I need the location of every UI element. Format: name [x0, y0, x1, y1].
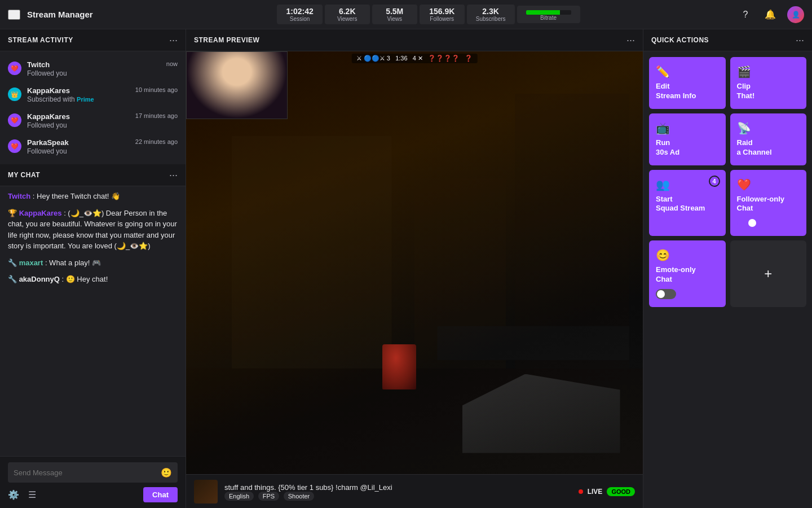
- my-chat-section: My Chat ··· Twitch : Hey there Twitch ch…: [0, 164, 186, 508]
- kappakares-follow-icon: ❤️: [8, 113, 21, 127]
- my-chat-header: My Chat ···: [0, 164, 186, 186]
- activity-time-twitch: now: [166, 60, 178, 67]
- thumbnail-img: [194, 480, 218, 503]
- activity-content-parkaspeak: ParkaSpeak Followed you: [27, 138, 130, 155]
- prime-sub-icon: 👑: [8, 87, 21, 101]
- hamburger-menu[interactable]: [8, 10, 20, 20]
- chat-sender-maxart: maxart: [19, 259, 43, 267]
- my-chat-title: My Chat: [8, 171, 40, 179]
- clip-that-icon: 🎬: [737, 65, 751, 78]
- start-squad-stream-icon: 👥: [656, 178, 670, 191]
- start-squad-stream-button[interactable]: 👥 StartSquad Stream 4: [649, 170, 726, 237]
- tag-shooter[interactable]: Shooter: [284, 492, 315, 501]
- stream-activity-menu[interactable]: ···: [169, 35, 178, 45]
- quick-actions-title: Quick Actions: [651, 36, 709, 44]
- start-squad-stream-label: StartSquad Stream: [656, 195, 705, 214]
- edit-stream-info-icon: ✏️: [656, 65, 670, 78]
- parkaspeak-follow-icon: ❤️: [8, 139, 21, 153]
- top-bar-left: Stream Manager: [8, 10, 121, 20]
- chat-sender-kappakares: KappaKares: [19, 209, 62, 217]
- activity-username-kappakares-follow: KappaKares: [27, 112, 70, 121]
- emote-only-chat-toggle-knob: [657, 290, 665, 298]
- stream-preview-menu[interactable]: ···: [626, 35, 635, 45]
- chat-input-wrap: 🙂: [8, 462, 178, 483]
- stat-subscribers: 2.3K Subscribers: [467, 5, 515, 24]
- follower-only-chat-button[interactable]: ❤️ Follower-onlyChat: [730, 170, 807, 237]
- bitrate-fill: [526, 10, 560, 15]
- chat-list-button[interactable]: ☰: [28, 489, 36, 500]
- chat-input[interactable]: [14, 468, 161, 477]
- game-barrel: [382, 344, 416, 389]
- raid-channel-label: Raida Channel: [737, 138, 772, 157]
- activity-content-kappakares-follow: KappaKares Followed you: [27, 112, 130, 129]
- my-chat-menu[interactable]: ···: [169, 170, 178, 180]
- emote-only-chat-icon: 😊: [656, 248, 670, 262]
- stat-session-value: 1:02:42: [286, 7, 313, 16]
- chat-send-button[interactable]: Chat: [143, 487, 178, 502]
- tag-english[interactable]: English: [224, 492, 254, 501]
- chat-message-akadonnyq: 🔧 akaDonnyQ : 🙂 Hey chat!: [8, 274, 178, 285]
- activity-content-kappakares-prime: KappaKares Subscribed with Prime: [27, 86, 130, 103]
- stat-viewers: 6.2K Viewers: [325, 5, 370, 24]
- left-panel: Stream Activity ··· ❤️ Twitch Followed y…: [0, 29, 186, 508]
- edit-stream-info-button[interactable]: ✏️ EditStream Info: [649, 57, 726, 109]
- clip-that-label: ClipThat!: [737, 82, 755, 101]
- activity-username-twitch: Twitch: [27, 60, 50, 69]
- chat-settings-button[interactable]: ⚙️: [8, 489, 19, 500]
- chat-prefix-maxart: 🔧: [8, 259, 19, 267]
- right-panel: Quick Actions ··· ✏️ EditStream Info 🎬 C…: [643, 29, 812, 508]
- activity-username-parkaspeak: ParkaSpeak: [27, 138, 69, 147]
- quick-actions-menu[interactable]: ···: [796, 35, 804, 45]
- top-bar-right: ? 🔔 👤: [736, 6, 804, 23]
- stat-session: 1:02:42 Session: [277, 5, 322, 24]
- stat-views-value: 5.5M: [386, 7, 403, 16]
- tag-fps[interactable]: FPS: [258, 492, 279, 501]
- stat-viewers-label: Viewers: [337, 16, 357, 22]
- stat-followers: 156.9K Followers: [420, 5, 465, 24]
- notifications-button[interactable]: 🔔: [762, 7, 778, 23]
- activity-list: ❤️ Twitch Followed you now 👑 KappaKares …: [0, 51, 186, 164]
- stream-thumbnail: [194, 480, 218, 503]
- add-icon: +: [764, 266, 772, 282]
- stat-subscribers-label: Subscribers: [476, 16, 506, 22]
- game-background: ⚔ 🔵🔵⚔ 3 1:36 4 ✕ ❓❓❓❓ ❓: [186, 51, 643, 474]
- activity-action-kappakares-prime: Subscribed with: [27, 95, 77, 103]
- raid-channel-icon: 📡: [737, 121, 751, 135]
- live-label: LIVE: [588, 488, 603, 496]
- activity-time-parkaspeak: 22 minutes ago: [135, 138, 178, 145]
- emote-only-chat-button[interactable]: 😊 Emote-onlyChat: [649, 240, 726, 307]
- stat-followers-value: 156.9K: [429, 7, 454, 16]
- stream-preview-title: Stream Preview: [194, 36, 259, 44]
- svg-rect-4: [438, 326, 629, 360]
- help-button[interactable]: ?: [738, 7, 753, 23]
- add-quick-action-button[interactable]: +: [730, 240, 807, 307]
- emote-only-chat-toggle[interactable]: [656, 289, 676, 299]
- chat-text-akadonnyq: : 🙂 Hey chat!: [62, 275, 108, 283]
- chat-prefix-akadonnyq: 🔧: [8, 275, 19, 283]
- live-indicator-dot: [579, 489, 583, 494]
- chat-emoji-button[interactable]: 🙂: [161, 467, 172, 478]
- activity-time-kappakares-follow: 17 minutes ago: [135, 112, 178, 119]
- run-30s-ad-button[interactable]: 📺 Run30s Ad: [649, 113, 726, 165]
- stat-bitrate-label: Bitrate: [540, 15, 557, 21]
- chat-sender-twitch: Twitch: [8, 192, 30, 200]
- raid-channel-button[interactable]: 📡 Raida Channel: [730, 113, 807, 165]
- top-bar: Stream Manager 1:02:42 Session 6.2K View…: [0, 0, 812, 29]
- chat-footer: ⚙️ ☰ Chat: [8, 487, 178, 502]
- stat-viewers-value: 6.2K: [339, 7, 356, 16]
- stream-activity-section: Stream Activity ··· ❤️ Twitch Followed y…: [0, 29, 186, 164]
- chat-message-maxart: 🔧 maxart : What a play! 🎮: [8, 257, 178, 269]
- clip-that-button[interactable]: 🎬 ClipThat!: [730, 57, 807, 109]
- activity-item-kappakares-prime: 👑 KappaKares Subscribed with Prime 10 mi…: [0, 82, 186, 108]
- chat-messages: Twitch : Hey there Twitch chat! 👋 🏆 Kapp…: [0, 186, 186, 456]
- follower-only-chat-toggle[interactable]: [737, 218, 757, 228]
- follower-only-chat-toggle-wrap: [737, 218, 757, 228]
- stream-info-text: stuff and things. {50% tier 1 subs} !cha…: [224, 483, 572, 500]
- stream-activity-title: Stream Activity: [8, 36, 73, 44]
- activity-action-kappakares-follow: Followed you: [27, 121, 67, 129]
- avatar[interactable]: 👤: [787, 6, 804, 23]
- top-bar-stats: 1:02:42 Session 6.2K Viewers 5.5M Views …: [121, 5, 736, 24]
- center-panel: Stream Preview ··· ⚔ 🔵🔵⚔ 3 1:36 4 ✕ ❓❓❓❓…: [186, 29, 643, 508]
- run-30s-ad-label: Run30s Ad: [656, 138, 679, 157]
- stream-preview-header: Stream Preview ···: [186, 29, 643, 51]
